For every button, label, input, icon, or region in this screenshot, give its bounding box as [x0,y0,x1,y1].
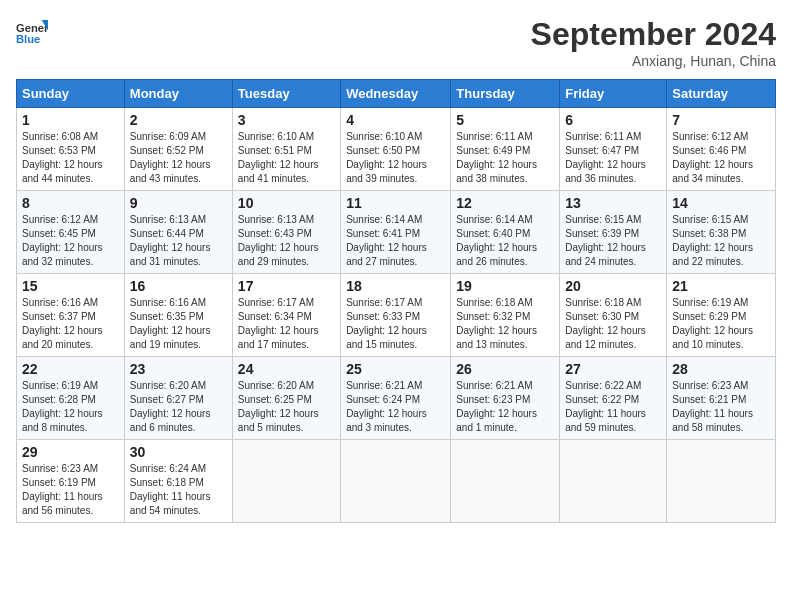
calendar-week-row: 1Sunrise: 6:08 AMSunset: 6:53 PMDaylight… [17,108,776,191]
day-number: 28 [672,361,770,377]
logo: General Blue [16,16,48,48]
day-header-tuesday: Tuesday [232,80,340,108]
day-header-saturday: Saturday [667,80,776,108]
calendar-cell: 24Sunrise: 6:20 AMSunset: 6:25 PMDayligh… [232,357,340,440]
day-number: 23 [130,361,227,377]
calendar-cell: 3Sunrise: 6:10 AMSunset: 6:51 PMDaylight… [232,108,340,191]
location: Anxiang, Hunan, China [531,53,776,69]
calendar-cell: 23Sunrise: 6:20 AMSunset: 6:27 PMDayligh… [124,357,232,440]
day-header-thursday: Thursday [451,80,560,108]
day-header-sunday: Sunday [17,80,125,108]
day-number: 4 [346,112,445,128]
day-number: 20 [565,278,661,294]
calendar-cell: 28Sunrise: 6:23 AMSunset: 6:21 PMDayligh… [667,357,776,440]
day-number: 1 [22,112,119,128]
calendar-cell: 20Sunrise: 6:18 AMSunset: 6:30 PMDayligh… [560,274,667,357]
calendar-cell: 5Sunrise: 6:11 AMSunset: 6:49 PMDaylight… [451,108,560,191]
day-info: Sunrise: 6:12 AMSunset: 6:46 PMDaylight:… [672,130,770,186]
day-number: 13 [565,195,661,211]
day-number: 17 [238,278,335,294]
day-header-monday: Monday [124,80,232,108]
calendar-cell: 16Sunrise: 6:16 AMSunset: 6:35 PMDayligh… [124,274,232,357]
calendar-cell: 11Sunrise: 6:14 AMSunset: 6:41 PMDayligh… [341,191,451,274]
calendar-cell: 25Sunrise: 6:21 AMSunset: 6:24 PMDayligh… [341,357,451,440]
day-number: 15 [22,278,119,294]
day-number: 9 [130,195,227,211]
calendar-cell [667,440,776,523]
calendar-cell: 13Sunrise: 6:15 AMSunset: 6:39 PMDayligh… [560,191,667,274]
day-info: Sunrise: 6:17 AMSunset: 6:33 PMDaylight:… [346,296,445,352]
calendar-cell: 19Sunrise: 6:18 AMSunset: 6:32 PMDayligh… [451,274,560,357]
day-info: Sunrise: 6:15 AMSunset: 6:38 PMDaylight:… [672,213,770,269]
day-info: Sunrise: 6:22 AMSunset: 6:22 PMDaylight:… [565,379,661,435]
day-number: 14 [672,195,770,211]
day-info: Sunrise: 6:21 AMSunset: 6:24 PMDaylight:… [346,379,445,435]
calendar-cell: 21Sunrise: 6:19 AMSunset: 6:29 PMDayligh… [667,274,776,357]
svg-text:Blue: Blue [16,33,40,45]
day-info: Sunrise: 6:18 AMSunset: 6:32 PMDaylight:… [456,296,554,352]
day-number: 29 [22,444,119,460]
calendar-cell [341,440,451,523]
day-info: Sunrise: 6:14 AMSunset: 6:41 PMDaylight:… [346,213,445,269]
day-header-friday: Friday [560,80,667,108]
day-number: 6 [565,112,661,128]
day-number: 22 [22,361,119,377]
day-info: Sunrise: 6:13 AMSunset: 6:43 PMDaylight:… [238,213,335,269]
calendar-cell: 22Sunrise: 6:19 AMSunset: 6:28 PMDayligh… [17,357,125,440]
day-info: Sunrise: 6:10 AMSunset: 6:50 PMDaylight:… [346,130,445,186]
day-number: 19 [456,278,554,294]
day-info: Sunrise: 6:19 AMSunset: 6:29 PMDaylight:… [672,296,770,352]
calendar-cell: 30Sunrise: 6:24 AMSunset: 6:18 PMDayligh… [124,440,232,523]
day-info: Sunrise: 6:17 AMSunset: 6:34 PMDaylight:… [238,296,335,352]
day-info: Sunrise: 6:08 AMSunset: 6:53 PMDaylight:… [22,130,119,186]
calendar-cell [560,440,667,523]
day-info: Sunrise: 6:23 AMSunset: 6:19 PMDaylight:… [22,462,119,518]
day-number: 30 [130,444,227,460]
day-info: Sunrise: 6:15 AMSunset: 6:39 PMDaylight:… [565,213,661,269]
day-info: Sunrise: 6:13 AMSunset: 6:44 PMDaylight:… [130,213,227,269]
day-info: Sunrise: 6:23 AMSunset: 6:21 PMDaylight:… [672,379,770,435]
calendar-cell: 4Sunrise: 6:10 AMSunset: 6:50 PMDaylight… [341,108,451,191]
calendar-week-row: 22Sunrise: 6:19 AMSunset: 6:28 PMDayligh… [17,357,776,440]
day-number: 5 [456,112,554,128]
day-number: 24 [238,361,335,377]
calendar-cell [232,440,340,523]
calendar-cell: 17Sunrise: 6:17 AMSunset: 6:34 PMDayligh… [232,274,340,357]
day-info: Sunrise: 6:20 AMSunset: 6:27 PMDaylight:… [130,379,227,435]
calendar-cell: 14Sunrise: 6:15 AMSunset: 6:38 PMDayligh… [667,191,776,274]
day-info: Sunrise: 6:12 AMSunset: 6:45 PMDaylight:… [22,213,119,269]
calendar-cell: 7Sunrise: 6:12 AMSunset: 6:46 PMDaylight… [667,108,776,191]
day-number: 3 [238,112,335,128]
day-info: Sunrise: 6:11 AMSunset: 6:49 PMDaylight:… [456,130,554,186]
day-info: Sunrise: 6:20 AMSunset: 6:25 PMDaylight:… [238,379,335,435]
day-number: 12 [456,195,554,211]
day-info: Sunrise: 6:10 AMSunset: 6:51 PMDaylight:… [238,130,335,186]
calendar-cell: 8Sunrise: 6:12 AMSunset: 6:45 PMDaylight… [17,191,125,274]
calendar-cell: 1Sunrise: 6:08 AMSunset: 6:53 PMDaylight… [17,108,125,191]
day-number: 16 [130,278,227,294]
calendar-cell: 27Sunrise: 6:22 AMSunset: 6:22 PMDayligh… [560,357,667,440]
day-info: Sunrise: 6:19 AMSunset: 6:28 PMDaylight:… [22,379,119,435]
calendar-cell: 9Sunrise: 6:13 AMSunset: 6:44 PMDaylight… [124,191,232,274]
day-number: 21 [672,278,770,294]
day-number: 10 [238,195,335,211]
calendar-cell: 10Sunrise: 6:13 AMSunset: 6:43 PMDayligh… [232,191,340,274]
day-number: 11 [346,195,445,211]
calendar-table: SundayMondayTuesdayWednesdayThursdayFrid… [16,79,776,523]
calendar-week-row: 29Sunrise: 6:23 AMSunset: 6:19 PMDayligh… [17,440,776,523]
calendar-week-row: 15Sunrise: 6:16 AMSunset: 6:37 PMDayligh… [17,274,776,357]
calendar-week-row: 8Sunrise: 6:12 AMSunset: 6:45 PMDaylight… [17,191,776,274]
day-info: Sunrise: 6:16 AMSunset: 6:35 PMDaylight:… [130,296,227,352]
day-info: Sunrise: 6:11 AMSunset: 6:47 PMDaylight:… [565,130,661,186]
month-title: September 2024 [531,16,776,53]
calendar-header-row: SundayMondayTuesdayWednesdayThursdayFrid… [17,80,776,108]
logo-icon: General Blue [16,16,48,48]
calendar-cell: 2Sunrise: 6:09 AMSunset: 6:52 PMDaylight… [124,108,232,191]
day-number: 2 [130,112,227,128]
day-info: Sunrise: 6:24 AMSunset: 6:18 PMDaylight:… [130,462,227,518]
day-number: 8 [22,195,119,211]
day-header-wednesday: Wednesday [341,80,451,108]
day-info: Sunrise: 6:09 AMSunset: 6:52 PMDaylight:… [130,130,227,186]
calendar-cell: 15Sunrise: 6:16 AMSunset: 6:37 PMDayligh… [17,274,125,357]
day-number: 25 [346,361,445,377]
